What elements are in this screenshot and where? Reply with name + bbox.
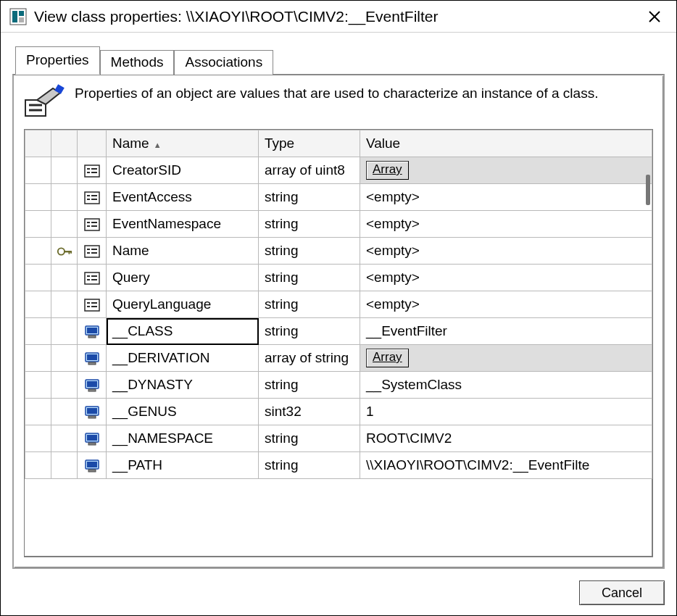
- header-gutter1[interactable]: [25, 130, 51, 157]
- property-name-cell[interactable]: __CLASS: [107, 318, 259, 345]
- property-name-cell[interactable]: Name: [107, 238, 259, 265]
- property-type-cell: sint32: [259, 399, 360, 425]
- property-value-cell[interactable]: <empty>: [360, 211, 652, 238]
- property-value-cell[interactable]: <empty>: [360, 238, 652, 265]
- header-value[interactable]: Value: [360, 130, 652, 157]
- svg-rect-11: [87, 172, 90, 173]
- svg-rect-28: [87, 249, 90, 250]
- property-value-cell[interactable]: __EventFilter: [360, 318, 652, 345]
- property-type-cell: string: [259, 238, 360, 265]
- cancel-button[interactable]: Cancel: [579, 580, 665, 605]
- svg-rect-58: [87, 462, 97, 467]
- key-icon: [51, 238, 78, 265]
- property-type-cell: string: [259, 452, 360, 479]
- svg-rect-3: [19, 17, 24, 22]
- property-type-cell: array of string: [259, 345, 360, 372]
- property-icon: [78, 291, 107, 318]
- table-row[interactable]: CreatorSIDarray of uint8Array: [25, 157, 652, 184]
- svg-rect-33: [87, 275, 90, 277]
- array-button[interactable]: Array: [366, 349, 409, 367]
- system-property-icon: [78, 372, 107, 399]
- property-icon: [78, 184, 107, 211]
- tab-properties[interactable]: Properties: [15, 46, 100, 75]
- table-row[interactable]: Namestring<empty>: [25, 238, 652, 265]
- description-row: Properties of an object are values that …: [24, 84, 653, 119]
- tab-associations[interactable]: Associations: [174, 50, 273, 75]
- table-row[interactable]: __DYNASTYstring__SystemClass: [25, 372, 652, 399]
- svg-rect-41: [91, 306, 97, 307]
- svg-rect-35: [87, 279, 90, 280]
- svg-rect-34: [91, 275, 97, 277]
- table-row[interactable]: __DERIVATIONarray of stringArray: [25, 345, 652, 372]
- row-gutter: [51, 157, 78, 184]
- row-gutter: [25, 265, 51, 291]
- property-name-cell[interactable]: __NAMESPACE: [107, 425, 259, 452]
- property-value-cell[interactable]: \\XIAOYI\ROOT\CIMV2:__EventFilte: [360, 452, 652, 479]
- property-value-cell[interactable]: Array: [360, 345, 652, 372]
- property-name-cell[interactable]: __DERIVATION: [107, 345, 259, 372]
- property-name-cell[interactable]: __GENUS: [107, 399, 259, 425]
- header-name[interactable]: Name▲: [107, 130, 259, 157]
- table-row[interactable]: EventAccessstring<empty>: [25, 184, 652, 211]
- array-button[interactable]: Array: [366, 161, 409, 180]
- row-gutter: [51, 345, 78, 372]
- svg-rect-27: [85, 246, 99, 257]
- property-name-cell[interactable]: __PATH: [107, 452, 259, 479]
- property-name-cell[interactable]: __DYNASTY: [107, 372, 259, 399]
- row-gutter: [51, 265, 78, 291]
- header-icon[interactable]: [78, 130, 107, 157]
- properties-hint-icon: [24, 84, 65, 119]
- row-gutter: [51, 184, 78, 211]
- properties-grid[interactable]: Name▲ Type Value CreatorSIDarray of uint…: [24, 129, 653, 557]
- scrollbar-thumb[interactable]: [646, 175, 650, 205]
- app-icon: [9, 8, 27, 25]
- header-gutter2[interactable]: [51, 130, 78, 157]
- row-gutter: [25, 372, 51, 399]
- property-type-cell: string: [259, 318, 360, 345]
- svg-rect-22: [91, 225, 97, 227]
- property-name-cell[interactable]: CreatorSID: [107, 157, 259, 184]
- table-row[interactable]: __PATHstring\\XIAOYI\ROOT\CIMV2:__EventF…: [25, 452, 652, 479]
- property-value-cell[interactable]: <empty>: [360, 291, 652, 318]
- table-header-row: Name▲ Type Value: [25, 130, 652, 157]
- property-value-cell[interactable]: __SystemClass: [360, 372, 652, 399]
- row-gutter: [51, 211, 78, 238]
- property-value-cell[interactable]: <empty>: [360, 265, 652, 291]
- property-name-cell[interactable]: Query: [107, 265, 259, 291]
- property-value-cell[interactable]: 1: [360, 399, 652, 425]
- table-row[interactable]: Querystring<empty>: [25, 265, 652, 291]
- property-value-cell[interactable]: <empty>: [360, 184, 652, 211]
- property-icon: [78, 211, 107, 238]
- close-button[interactable]: [641, 4, 668, 30]
- property-name-cell[interactable]: EventAccess: [107, 184, 259, 211]
- titlebar: View class properties: \\XIAOYI\ROOT\CIM…: [1, 1, 676, 33]
- table-row[interactable]: __NAMESPACEstringROOT\CIMV2: [25, 425, 652, 452]
- property-type-cell: string: [259, 184, 360, 211]
- svg-rect-24: [64, 251, 71, 252]
- row-gutter: [51, 291, 78, 318]
- row-gutter: [25, 452, 51, 479]
- table-row[interactable]: __CLASSstring__EventFilter: [25, 318, 652, 345]
- row-gutter: [51, 372, 78, 399]
- svg-point-23: [57, 248, 64, 254]
- property-name-cell[interactable]: QueryLanguage: [107, 291, 259, 318]
- property-value-cell[interactable]: Array: [360, 157, 652, 184]
- row-gutter: [25, 345, 51, 372]
- svg-rect-25: [68, 251, 70, 254]
- svg-rect-39: [91, 302, 97, 304]
- property-value-cell[interactable]: ROOT\CIMV2: [360, 425, 652, 452]
- tab-methods[interactable]: Methods: [100, 50, 175, 75]
- properties-table: Name▲ Type Value CreatorSIDarray of uint…: [25, 130, 652, 479]
- header-type[interactable]: Type: [259, 130, 360, 157]
- table-row[interactable]: QueryLanguagestring<empty>: [25, 291, 652, 318]
- svg-rect-59: [88, 470, 96, 472]
- table-row[interactable]: EventNamespacestring<empty>: [25, 211, 652, 238]
- table-row[interactable]: __GENUSsint321: [25, 399, 652, 425]
- svg-rect-20: [91, 222, 97, 223]
- svg-rect-53: [88, 416, 96, 418]
- svg-rect-31: [91, 252, 97, 254]
- sort-asc-icon: ▲: [154, 141, 162, 149]
- svg-rect-52: [87, 408, 97, 414]
- property-name-cell[interactable]: EventNamespace: [107, 211, 259, 238]
- property-type-cell: string: [259, 372, 360, 399]
